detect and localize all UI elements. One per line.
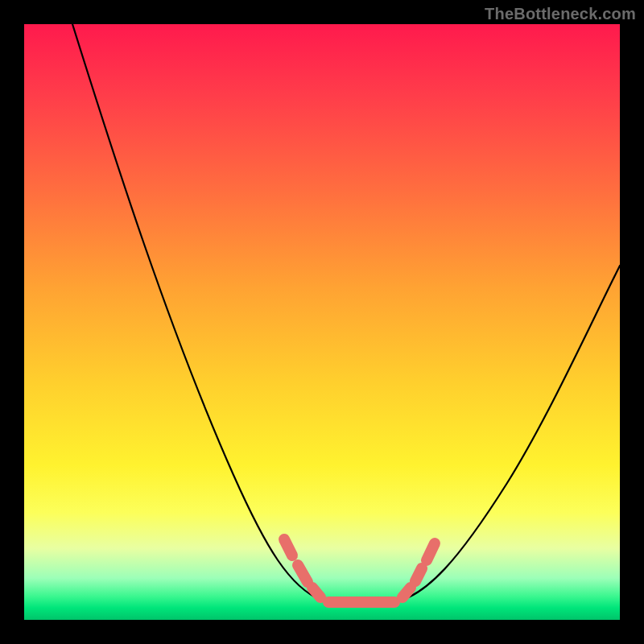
marker-left-upper — [284, 539, 292, 555]
bottleneck-curve — [72, 24, 620, 605]
marker-right-mid — [415, 568, 422, 581]
marker-left-mid — [298, 565, 308, 582]
curve-layer — [24, 24, 620, 620]
marker-right-lower — [402, 588, 411, 597]
marker-left-lower — [312, 588, 320, 597]
plot-area — [24, 24, 620, 620]
outer-frame: TheBottleneck.com — [0, 0, 644, 644]
marker-right-upper — [427, 543, 435, 560]
watermark-text: TheBottleneck.com — [485, 5, 636, 23]
